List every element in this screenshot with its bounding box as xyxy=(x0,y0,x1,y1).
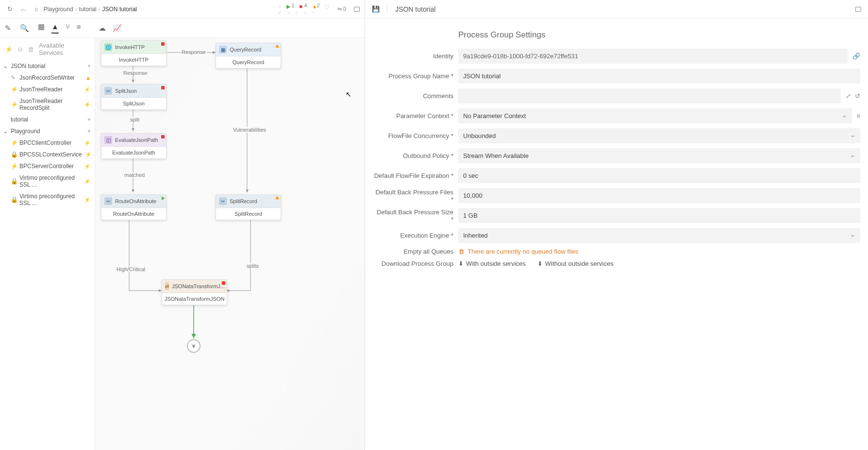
save-icon[interactable]: 💾 xyxy=(372,5,380,13)
tree-group-json[interactable]: ⌄ JSON tutorial + xyxy=(0,60,95,72)
download-without-link[interactable]: ⬇Without outside services xyxy=(537,260,614,267)
comments-input[interactable] xyxy=(458,88,841,104)
paramctx-select[interactable] xyxy=(458,108,852,123)
tree-item[interactable]: 🔒 Virtimo preconfigured SSL ... ⚡ xyxy=(0,190,95,209)
edge-label: Response xyxy=(181,49,207,55)
chart-icon[interactable]: 📈 xyxy=(113,24,122,33)
warn-icon xyxy=(275,44,279,48)
group-icon[interactable]: ▲ xyxy=(51,22,59,34)
bpsize-input[interactable] xyxy=(458,208,860,223)
tree-label: JsonTreeReader xyxy=(19,86,63,93)
cursor-icon: ↖ xyxy=(346,90,351,98)
bolt-icon: ⚡ xyxy=(11,101,17,108)
bpfiles-input[interactable] xyxy=(458,188,860,203)
list-icon[interactable]: ≡ xyxy=(77,22,81,34)
tree-item[interactable]: 🔒 BPCSSLContextService ⚡ xyxy=(0,149,95,160)
label: Download Process Group xyxy=(373,260,453,267)
link-icon[interactable]: 🔗 xyxy=(852,52,860,60)
tree-item[interactable]: 🔒 Virtimo preconfigured SSL ... ⚡ xyxy=(0,172,95,190)
plus-icon[interactable]: + xyxy=(87,128,91,135)
lock-icon: 🔒 xyxy=(11,196,17,203)
lock-icon: 🔒 xyxy=(11,178,17,185)
stop-icon xyxy=(161,42,165,46)
engine-select[interactable] xyxy=(458,228,860,243)
tree-item[interactable]: ⚡ BPCServerController ⚡ xyxy=(0,160,95,172)
crumb-root[interactable]: Playground xyxy=(44,6,73,13)
plus-icon[interactable]: + xyxy=(87,63,91,69)
tree-item[interactable]: ⚡ JsonTreeReader ⚡ xyxy=(0,84,95,95)
row-expiration: Default FlowFile Expiration xyxy=(373,168,860,183)
search-icon[interactable]: 🔍 xyxy=(20,24,29,33)
label: Comments xyxy=(373,92,453,100)
lock-icon: 🔒 xyxy=(11,151,17,158)
up-icon[interactable]: ︿ xyxy=(18,3,29,15)
trash-icon[interactable]: 🗑 xyxy=(28,46,34,53)
play-icon xyxy=(162,196,165,200)
window-icon[interactable] xyxy=(354,7,360,12)
tree-group-tutorial[interactable]: tutorial + xyxy=(0,114,95,125)
node-jsonata[interactable]: ⇄JSONataTransformJ... JSONataTransformJS… xyxy=(162,279,227,305)
concurrency-select[interactable] xyxy=(458,128,860,143)
tree-item[interactable]: ⚡ BPCClientController ⚡ xyxy=(0,137,95,149)
reset-icon[interactable]: ↺ xyxy=(855,92,860,100)
node-body: QueryRecord xyxy=(216,56,281,68)
crumb-mid[interactable]: tutorial xyxy=(79,6,97,13)
name-input[interactable] xyxy=(458,69,860,84)
expiration-input[interactable] xyxy=(458,168,860,183)
bolt-icon[interactable]: ⚡ xyxy=(5,46,13,53)
bolt-icon: ⚡ xyxy=(11,86,17,93)
node-splitrecord[interactable]: ✂SplitRecord SplitRecord xyxy=(216,194,281,220)
outbound-select[interactable] xyxy=(458,148,860,163)
node-title: QueryRecord xyxy=(230,47,261,52)
tree-group-playground[interactable]: ⌄ Playground + xyxy=(0,125,95,137)
node-splitjson[interactable]: ✂SplitJson SplitJson xyxy=(101,84,167,110)
node-queryrecord[interactable]: ▦QueryRecord QueryRecord xyxy=(216,43,281,69)
expand-icon[interactable]: ⤢ xyxy=(846,92,851,100)
breadcrumb: Playground › tutorial › JSON tutorial xyxy=(44,6,137,13)
bolt-icon: ⚡ xyxy=(85,152,92,158)
warn-count: 2 xyxy=(317,2,320,8)
refresh-icon[interactable]: ↻ xyxy=(5,4,15,14)
chevron-down-icon: ⌄ xyxy=(3,128,8,135)
node-evaljsonpath[interactable]: ◫EvaluateJsonPath EvaluateJsonPath xyxy=(101,133,167,159)
edit-icon[interactable]: ✎ xyxy=(5,24,11,33)
tree-label: Virtimo preconfigured SSL ... xyxy=(19,174,81,188)
branch-icon[interactable]: ⑂ xyxy=(66,22,70,34)
edge-label: splits xyxy=(246,263,260,269)
funnel-icon[interactable]: ▼ xyxy=(187,339,200,353)
canvas[interactable]: 🌐InvokeHTTP InvokeHTTP ▦QueryRecord Quer… xyxy=(95,38,365,450)
node-body: SplitRecord xyxy=(216,208,281,220)
table-icon: ▦ xyxy=(219,46,227,53)
edge-label: matched xyxy=(123,172,146,178)
download-with-link[interactable]: ⬇With outside services xyxy=(458,260,526,267)
label: Identity xyxy=(373,52,453,60)
download-icon: ⬇ xyxy=(458,260,464,267)
row-bpsize: Default Back Pressure Size xyxy=(373,208,860,223)
topbar: ↻ ︿ ⌂ Playground › tutorial › JSON tutor… xyxy=(0,0,365,18)
node-body: EvaluateJsonPath xyxy=(101,147,166,158)
crumb-leaf[interactable]: JSON tutorial xyxy=(102,6,137,13)
hash-icon[interactable]: # xyxy=(857,112,860,120)
toolbar: ✎ 🔍 ▦ ▲ ⑂ ≡ ☁ 📈 xyxy=(0,18,365,38)
home-icon[interactable]: ⌂ xyxy=(32,4,41,14)
node-title: SplitJson xyxy=(115,88,137,94)
tree-item[interactable]: ⚡ JsonTreeReader RecordSplit ⚡ xyxy=(0,95,95,114)
identity-input[interactable] xyxy=(458,49,848,64)
table-icon[interactable]: ▦ xyxy=(38,22,45,34)
window-icon[interactable] xyxy=(855,7,861,12)
node-title: InvokeHTTP xyxy=(115,44,145,50)
tree-item[interactable]: ✎ JsonRecordSetWriter ▲ xyxy=(0,72,95,84)
tree-label: tutorial xyxy=(11,116,28,123)
plus-icon[interactable]: + xyxy=(87,116,91,123)
cloud-icon[interactable]: ☁ xyxy=(99,24,106,33)
node-invokehttp[interactable]: 🌐InvokeHTTP InvokeHTTP xyxy=(101,40,167,66)
node-routeonattr[interactable]: ✂RouteOnAttribute RouteOnAttribute xyxy=(101,194,167,220)
row-outbound: Outbound Policy xyxy=(373,148,860,163)
tree-label: JsonTreeReader RecordSplit xyxy=(19,98,81,111)
tree-label: Playground xyxy=(11,128,40,135)
disable-icon[interactable]: ⊘ xyxy=(17,46,23,53)
row-download: Download Process Group ⬇With outside ser… xyxy=(373,260,860,267)
dim-icon: ○ xyxy=(303,10,307,16)
label: Parameter Context xyxy=(373,112,453,120)
stop-icon xyxy=(222,281,225,285)
